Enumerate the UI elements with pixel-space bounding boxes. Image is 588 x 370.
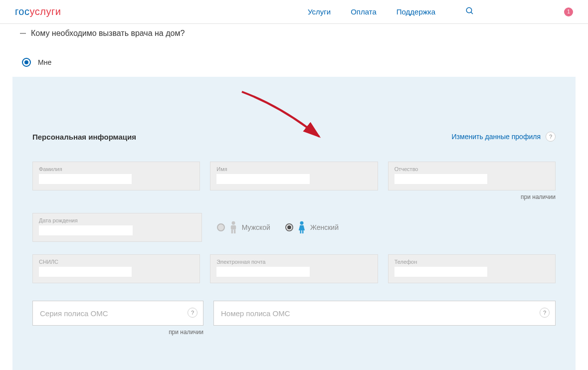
email-label: Электронная почта [216, 259, 371, 265]
notification-badge[interactable]: 1 [564, 7, 573, 16]
svg-point-6 [300, 221, 303, 225]
gender-female-label: Женский [310, 223, 339, 231]
edit-profile-link[interactable]: Изменить данные профиля [452, 133, 541, 141]
name-row: Фамилия Имя Отчество при наличии [32, 162, 556, 200]
logo-part-2: услуги [29, 6, 61, 17]
email-field: Электронная почта [210, 254, 378, 283]
male-person-icon [229, 221, 238, 234]
firstname-field: Имя [210, 162, 378, 190]
radio-label-me: Мне [38, 58, 51, 66]
oms-number-input[interactable] [213, 301, 556, 326]
svg-rect-4 [231, 229, 232, 233]
dob-gender-row: Дата рождения Мужской Женский [32, 213, 556, 242]
phone-label: Телефон [394, 259, 549, 265]
section-header: Персональная информация Изменить данные … [32, 132, 556, 142]
page-title: Кому необходимо вызвать врача на дом? [31, 29, 185, 38]
dob-label: Дата рождения [39, 217, 196, 223]
patronymic-value [394, 174, 487, 184]
step-indicator-icon [20, 33, 26, 34]
radio-icon [285, 223, 293, 231]
main-nav: Услуги Оплата Поддержка [308, 7, 435, 16]
dob-field: Дата рождения [32, 213, 202, 242]
svg-rect-5 [234, 229, 235, 233]
logo-part-1: гос [15, 6, 29, 17]
gender-group: Мужской Женский [212, 213, 556, 242]
nav-payment[interactable]: Оплата [351, 7, 377, 16]
nav-support[interactable]: Поддержка [396, 7, 435, 16]
lastname-label: Фамилия [39, 166, 194, 172]
patronymic-label: Отчество [394, 166, 549, 172]
lastname-field: Фамилия [32, 162, 200, 190]
recipient-radio[interactable]: Мне [0, 38, 588, 77]
patronymic-hint: при наличии [388, 193, 556, 200]
edit-profile-wrap: Изменить данные профиля ? [452, 132, 556, 142]
svg-point-2 [231, 221, 235, 225]
firstname-label: Имя [216, 166, 371, 172]
oms-row: ? при наличии ? [32, 301, 556, 336]
svg-rect-3 [230, 225, 235, 230]
phone-value [394, 267, 487, 277]
page-title-row: Кому необходимо вызвать врача на дом? [0, 24, 588, 38]
radio-icon [217, 223, 225, 231]
lastname-value [39, 174, 132, 184]
section-title: Персональная информация [32, 133, 136, 141]
snils-value [39, 267, 132, 277]
radio-icon [22, 58, 31, 67]
help-icon[interactable]: ? [546, 132, 556, 142]
gender-male[interactable]: Мужской [217, 221, 270, 234]
svg-rect-8 [302, 230, 304, 233]
help-icon[interactable]: ? [540, 308, 550, 318]
oms-series-hint: при наличии [32, 329, 203, 336]
female-person-icon [297, 221, 306, 234]
gender-female[interactable]: Женский [285, 221, 339, 234]
firstname-value [216, 174, 309, 184]
svg-rect-7 [300, 230, 301, 233]
header: госуслуги Услуги Оплата Поддержка 1 [0, 0, 588, 24]
search-icon[interactable] [465, 6, 474, 17]
patronymic-field: Отчество [388, 162, 556, 190]
svg-line-1 [471, 12, 473, 14]
form-panel: Персональная информация Изменить данные … [12, 77, 576, 370]
phone-field: Телефон [388, 254, 556, 283]
contacts-row: СНИЛС Электронная почта Телефон [32, 254, 556, 283]
email-value [216, 267, 309, 277]
logo[interactable]: госуслуги [15, 6, 61, 17]
snils-field: СНИЛС [32, 254, 200, 283]
help-icon[interactable]: ? [188, 308, 197, 318]
oms-series-input[interactable] [32, 301, 203, 326]
gender-male-label: Мужской [242, 223, 270, 231]
dob-value [39, 225, 133, 235]
svg-point-0 [466, 7, 472, 13]
nav-services[interactable]: Услуги [308, 7, 331, 16]
snils-label: СНИЛС [39, 259, 194, 265]
